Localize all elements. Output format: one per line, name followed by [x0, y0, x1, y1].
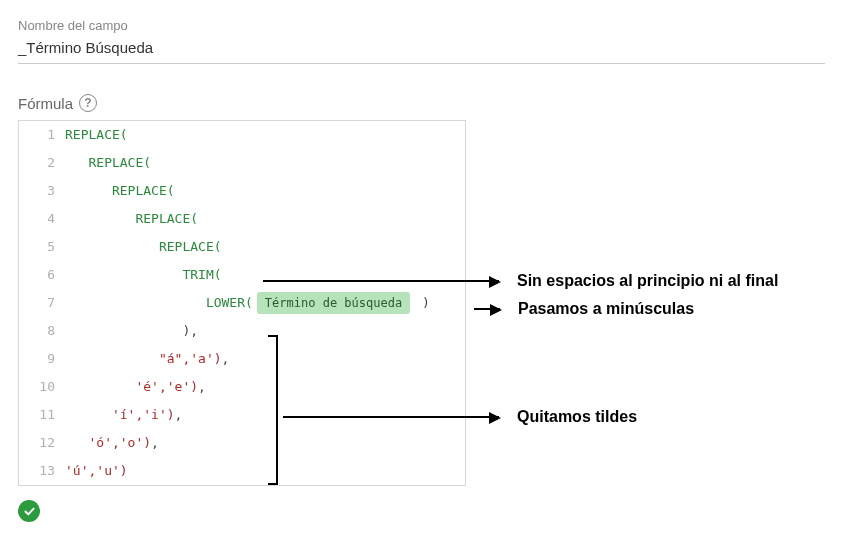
code-token: REPLACE(: [135, 205, 198, 233]
code-indent: [65, 205, 135, 233]
code-line: 4 REPLACE(: [19, 205, 465, 233]
annotation-text: Pasamos a minúsculas: [518, 300, 694, 318]
code-token: 'ó','o'): [88, 429, 151, 457]
field-pill[interactable]: Término de búsqueda: [257, 292, 410, 314]
line-number: 7: [19, 289, 65, 317]
line-number: 9: [19, 345, 65, 373]
code-indent: [65, 149, 88, 177]
formula-label: Fórmula: [18, 95, 73, 112]
code-indent: [65, 373, 135, 401]
code-line: 3 REPLACE(: [19, 177, 465, 205]
code-line: 12 'ó','o'),: [19, 429, 465, 457]
annotation-arrow-lower: Pasamos a minúsculas: [474, 300, 694, 318]
code-indent: [65, 317, 182, 345]
field-name-group: Nombre del campo _Término Búsqueda: [18, 18, 825, 64]
line-number: 4: [19, 205, 65, 233]
code-line: 8 ),: [19, 317, 465, 345]
code-indent: [65, 177, 112, 205]
line-number: 12: [19, 429, 65, 457]
code-token: ): [414, 289, 430, 317]
code-token: 'í','i'): [112, 401, 175, 429]
code-line: 7 LOWER(Término de búsqueda ): [19, 289, 465, 317]
line-number: 8: [19, 317, 65, 345]
code-indent: [65, 345, 159, 373]
code-line: 6 TRIM(: [19, 261, 465, 289]
line-number: 11: [19, 401, 65, 429]
code-indent: [65, 261, 182, 289]
code-token: ,: [222, 345, 230, 373]
code-token: LOWER(: [206, 289, 253, 317]
help-icon[interactable]: ?: [79, 94, 97, 112]
annotation-text: Sin espacios al principio ni al final: [517, 272, 778, 290]
code-token: 'ú','u'): [65, 457, 128, 485]
code-line: 13'ú','u'): [19, 457, 465, 485]
field-name-input[interactable]: _Término Búsqueda: [18, 39, 825, 64]
arrow-line-icon: [474, 308, 500, 310]
line-number: 10: [19, 373, 65, 401]
line-number: 2: [19, 149, 65, 177]
code-token: ,: [198, 373, 206, 401]
code-line: 10 'é','e'),: [19, 373, 465, 401]
code-token: REPLACE(: [112, 177, 175, 205]
code-token: ),: [182, 317, 198, 345]
code-token: REPLACE(: [88, 149, 151, 177]
code-token: TRIM(: [182, 261, 221, 289]
code-line: 9 "á",'a'),: [19, 345, 465, 373]
annotation-text: Quitamos tildes: [517, 408, 637, 426]
code-line: 11 'í','i'),: [19, 401, 465, 429]
code-token: 'é','e'): [135, 373, 198, 401]
formula-header: Fórmula ?: [18, 94, 825, 112]
line-number: 13: [19, 457, 65, 485]
code-token: "á",'a'): [159, 345, 222, 373]
line-number: 5: [19, 233, 65, 261]
code-token: REPLACE(: [159, 233, 222, 261]
code-line: 1REPLACE(: [19, 121, 465, 149]
code-indent: [65, 289, 206, 317]
code-indent: [65, 429, 88, 457]
line-number: 6: [19, 261, 65, 289]
valid-formula-icon: [18, 500, 40, 522]
code-token: ,: [151, 429, 159, 457]
editor-wrapper: 1REPLACE( 2 REPLACE( 3 REPLACE( 4 REPLAC…: [18, 120, 825, 486]
code-indent: [65, 233, 159, 261]
code-indent: [65, 401, 112, 429]
line-number: 3: [19, 177, 65, 205]
code-token: REPLACE(: [65, 121, 128, 149]
formula-code-editor[interactable]: 1REPLACE( 2 REPLACE( 3 REPLACE( 4 REPLAC…: [18, 120, 466, 486]
code-line: 5 REPLACE(: [19, 233, 465, 261]
code-token: ,: [175, 401, 183, 429]
field-name-label: Nombre del campo: [18, 18, 825, 33]
field-name-value: _Término Búsqueda: [18, 39, 153, 56]
line-number: 1: [19, 121, 65, 149]
code-line: 2 REPLACE(: [19, 149, 465, 177]
